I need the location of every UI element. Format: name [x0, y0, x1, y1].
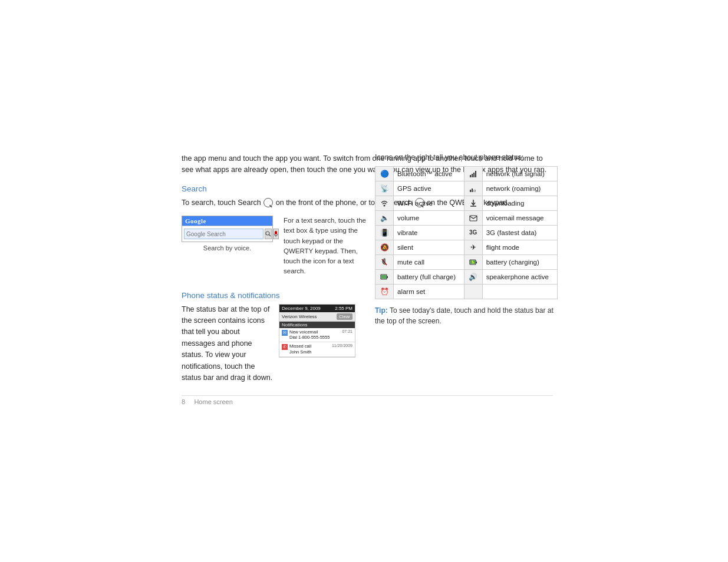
network-roaming-icon: R	[468, 183, 479, 194]
search-screenshot: Google	[182, 216, 273, 252]
screenshot-clear-btn[interactable]: Clear	[337, 313, 353, 320]
svg-rect-17	[476, 262, 477, 263]
missed-call-text: Missed call John Smith	[289, 343, 312, 355]
notification-voicemail: ✉ New voicemail Dial 1-800-555-5555 07:2…	[279, 328, 355, 343]
icon-wifi	[375, 196, 394, 211]
label-vibrate: vibrate	[394, 226, 465, 240]
volume-icon: 🔈	[379, 213, 390, 223]
voice-search-button[interactable]	[273, 229, 279, 239]
icons-table: 🔵 Bluetooth™ active network (full signal…	[375, 166, 558, 299]
table-row: battery (full charge) 🔊 speakerphone act…	[375, 270, 558, 285]
screenshot-carrier: Verizon Wireless	[282, 314, 317, 319]
table-row: mute call battery (charging)	[375, 255, 558, 270]
google-bar: Google	[182, 216, 272, 226]
network-full-icon	[468, 168, 479, 179]
tip-text: To see today's date, touch and hold the …	[375, 306, 554, 325]
label-gps: GPS active	[394, 181, 465, 196]
right-column: Icons on the right tell you about phone …	[375, 153, 558, 326]
label-battery-charging: battery (charging)	[482, 255, 557, 270]
table-row: ⏰ alarm set	[375, 285, 558, 299]
label-volume: volume	[394, 211, 465, 226]
missed-call-detail: John Smith	[289, 349, 312, 355]
icons-header: Icons on the right tell you about phone …	[375, 153, 558, 161]
flight-mode-icon: ✈	[468, 242, 479, 253]
mute-call-icon	[379, 257, 390, 267]
missed-call-icon: ✆	[282, 344, 288, 350]
3g-icon: 3G	[468, 227, 479, 238]
icon-downloading	[464, 196, 482, 211]
label-network-roaming: network (roaming)	[482, 181, 557, 196]
label-empty	[482, 285, 557, 299]
tip-label: Tip:	[375, 306, 388, 315]
page-footer: 8 Home screen	[182, 395, 553, 405]
voicemail-time: 07:21	[342, 329, 353, 333]
search-submit-button[interactable]	[265, 229, 272, 239]
google-search-input[interactable]	[184, 229, 263, 239]
voicemail-title: New voicemail	[289, 329, 330, 335]
screenshot-verizon-row: Verizon Wireless Clear	[279, 312, 355, 322]
notifications-header: Notifications	[279, 322, 355, 328]
search-input-row	[182, 226, 272, 242]
icon-silent: 🔕	[375, 240, 394, 255]
icon-network-full	[464, 167, 482, 181]
screenshot-date: December 9, 2009	[282, 306, 321, 311]
icon-3g: 3G	[464, 226, 482, 240]
icon-empty	[464, 285, 482, 299]
icon-flight: ✈	[464, 240, 482, 255]
icon-battery-full	[375, 270, 394, 285]
speakerphone-icon: 🔊	[468, 272, 479, 282]
icon-speaker: 🔊	[464, 270, 482, 285]
wifi-icon	[379, 198, 390, 209]
label-flight: flight mode	[482, 240, 557, 255]
vibrate-icon: 📳	[379, 227, 390, 238]
microphone-icon	[274, 231, 278, 237]
silent-icon: 🔕	[379, 242, 390, 253]
voicemail-icon: ✉	[282, 330, 288, 336]
label-3g: 3G (fastest data)	[482, 226, 557, 240]
svg-line-1	[269, 235, 271, 237]
label-alarm: alarm set	[394, 285, 465, 299]
alarm-icon: ⏰	[379, 286, 390, 297]
icon-alarm: ⏰	[375, 285, 394, 299]
svg-text:R: R	[473, 189, 476, 193]
voice-label: Search by voice.	[203, 244, 251, 252]
icon-vibrate: 📳	[375, 226, 394, 240]
svg-rect-2	[275, 231, 277, 234]
label-downloading: downloading	[482, 196, 557, 211]
callout-text: For a text search, touch the text box & …	[284, 216, 369, 277]
table-row: Wi-Fi active downloading	[375, 196, 558, 211]
label-speaker: speakerphone active	[482, 270, 557, 285]
svg-rect-7	[475, 171, 476, 177]
downloading-icon	[468, 198, 479, 209]
svg-rect-22	[381, 275, 386, 279]
svg-point-11	[384, 205, 386, 207]
tip-paragraph: Tip: To see today's date, touch and hold…	[375, 305, 558, 326]
icon-voicemail	[464, 211, 482, 226]
phone-screenshot: December 9, 2009 2:55 PM Verizon Wireles…	[279, 304, 355, 358]
voicemail-detail: Dial 1-800-555-5555	[289, 335, 330, 340]
phone-status-intro: The status bar at the top of the screen …	[182, 304, 273, 384]
label-wifi: Wi-Fi active	[394, 196, 465, 211]
table-row: 📡 GPS active R network (roaming)	[375, 181, 558, 196]
label-mute: mute call	[394, 255, 465, 270]
notification-missed-call: ✆ Missed call John Smith 11/20/2009	[279, 342, 355, 357]
table-row: 📳 vibrate 3G 3G (fastest data)	[375, 226, 558, 240]
svg-rect-6	[473, 173, 475, 177]
label-battery-full: battery (full charge)	[394, 270, 465, 285]
svg-rect-5	[472, 174, 473, 177]
voicemail-text: New voicemail Dial 1-800-555-5555	[289, 329, 330, 341]
label-network-full: network (full signal)	[482, 167, 557, 181]
screenshot-time: 2:55 PM	[335, 306, 353, 311]
table-row: 🔈 volume voicemail message	[375, 211, 558, 226]
battery-charging-icon	[468, 257, 479, 267]
icon-bluetooth: 🔵	[375, 167, 394, 181]
svg-rect-9	[472, 189, 473, 192]
svg-rect-8	[470, 190, 471, 192]
battery-full-icon	[379, 272, 390, 282]
phone-screenshot-header: December 9, 2009 2:55 PM	[279, 305, 355, 312]
search-icon-front	[263, 198, 273, 207]
icon-mute	[375, 255, 394, 270]
voicemail-msg-icon	[468, 213, 479, 223]
icon-network-roaming: R	[464, 181, 482, 196]
icon-battery-charging	[464, 255, 482, 270]
